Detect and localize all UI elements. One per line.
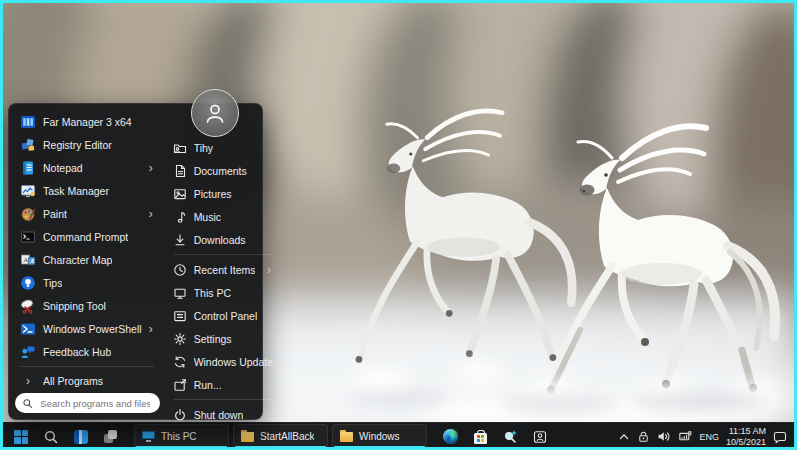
folder-icon — [340, 432, 353, 442]
taskbar-search-button[interactable] — [38, 425, 64, 449]
start-menu-item-task-manager[interactable]: Task Manager — [15, 179, 160, 202]
start-menu-item-documents[interactable]: Documents — [168, 159, 278, 182]
item-label: Downloads — [194, 234, 246, 246]
all-programs-label: All Programs — [43, 375, 103, 387]
power-icon — [173, 408, 187, 422]
item-label: Run... — [194, 379, 222, 391]
item-label: Feedback Hub — [43, 346, 111, 358]
pictures-icon — [173, 187, 187, 201]
tips-icon — [20, 275, 36, 291]
magnifier-sparkle-button[interactable] — [497, 425, 523, 449]
search-icon — [44, 430, 58, 444]
item-label: Task Manager — [43, 185, 109, 197]
start-menu-item-user-folder[interactable]: Tihy — [168, 136, 278, 159]
start-menu-item-settings[interactable]: Settings — [168, 327, 278, 350]
submenu-arrow-icon: › — [149, 162, 155, 174]
microsoft-store-button[interactable] — [467, 425, 493, 449]
people-app-button[interactable] — [527, 425, 553, 449]
start-menu-item-tips[interactable]: Tips — [15, 271, 160, 294]
taskbar-clock[interactable]: 11:15 AM 10/5/2021 — [726, 426, 766, 447]
music-icon — [173, 210, 187, 224]
control-panel-icon — [173, 309, 187, 323]
startallback-taskbar-button[interactable] — [68, 425, 94, 449]
clock-time: 11:15 AM — [726, 426, 766, 437]
start-menu-item-notepad[interactable]: Notepad › — [15, 156, 160, 179]
startallback-icon — [74, 430, 88, 444]
taskbar-window-startallback[interactable]: StartAllBack — [233, 424, 328, 449]
start-menu-item-downloads[interactable]: Downloads — [168, 228, 278, 251]
item-label: Windows PowerShell — [43, 323, 142, 335]
task-view-icon — [104, 430, 118, 444]
all-programs-button[interactable]: › All Programs — [15, 370, 160, 392]
action-center-icon[interactable] — [773, 430, 787, 444]
start-menu-left-column: Far Manager 3 x64 Registry Editor Notepa… — [15, 110, 160, 413]
start-menu-item-command-prompt[interactable]: Command Prompt — [15, 225, 160, 248]
language-indicator[interactable]: ENG — [699, 432, 719, 442]
submenu-arrow-icon: › — [149, 208, 155, 220]
item-label: Settings — [194, 333, 232, 345]
start-search-box[interactable] — [15, 393, 160, 413]
start-menu-item-windows-powershell[interactable]: Windows PowerShell › — [15, 317, 160, 340]
item-label: Registry Editor — [43, 139, 112, 151]
start-menu-item-control-panel[interactable]: Control Panel — [168, 304, 278, 327]
desktop: Far Manager 3 x64 Registry Editor Notepa… — [0, 0, 797, 450]
taskbar-window-windows-folder[interactable]: Windows — [332, 424, 427, 449]
taskbar-window-label: Windows — [359, 431, 400, 442]
registry-editor-icon — [20, 137, 36, 153]
command-prompt-icon — [20, 229, 36, 245]
volume-icon[interactable] — [657, 430, 671, 443]
start-menu-item-far-manager[interactable]: Far Manager 3 x64 — [15, 110, 160, 133]
edge-browser-button[interactable] — [437, 425, 463, 449]
item-label: Far Manager 3 x64 — [43, 116, 132, 128]
start-menu: Far Manager 3 x64 Registry Editor Notepa… — [8, 103, 263, 420]
feedback-hub-icon — [20, 344, 36, 360]
folder-icon — [241, 432, 254, 442]
windows-update-icon — [173, 355, 187, 369]
powershell-icon — [20, 321, 36, 337]
start-menu-item-run[interactable]: Run... — [168, 373, 278, 396]
start-button[interactable] — [8, 425, 34, 449]
lock-icon[interactable] — [637, 430, 650, 443]
item-label: Snipping Tool — [43, 300, 106, 312]
start-menu-item-music[interactable]: Music — [168, 205, 278, 228]
svg-text:A: A — [23, 256, 28, 264]
item-label: Character Map — [43, 254, 112, 266]
start-menu-item-recent-items[interactable]: Recent Items › — [168, 258, 278, 281]
snipping-tool-icon — [20, 298, 36, 314]
network-icon[interactable] — [678, 430, 692, 443]
item-label: Pictures — [194, 188, 232, 200]
recent-items-icon — [173, 263, 187, 277]
start-menu-item-character-map[interactable]: AÆ Character Map — [15, 248, 160, 271]
paint-icon — [20, 206, 36, 222]
active-window-indicator — [334, 446, 425, 449]
item-label: Documents — [194, 165, 247, 177]
task-view-button[interactable] — [98, 425, 124, 449]
start-menu-item-registry-editor[interactable]: Registry Editor — [15, 133, 160, 156]
magnifier-sparkle-icon — [503, 429, 518, 444]
item-label: Music — [194, 211, 221, 223]
item-label: Tihy — [194, 142, 213, 154]
people-icon — [533, 430, 547, 444]
start-menu-item-windows-update[interactable]: Windows Update — [168, 350, 278, 373]
expand-arrow-icon: › — [20, 374, 36, 388]
taskbar-window-this-pc[interactable]: This PC — [134, 424, 229, 449]
user-avatar[interactable] — [191, 89, 239, 137]
shutdown-button[interactable]: Shut down › — [168, 403, 278, 426]
tray-chevron-up-icon[interactable] — [618, 431, 630, 443]
search-input[interactable] — [38, 397, 151, 410]
start-menu-item-this-pc[interactable]: This PC — [168, 281, 278, 304]
character-map-icon: AÆ — [20, 252, 36, 268]
user-folder-icon — [173, 141, 187, 155]
run-icon — [173, 378, 187, 392]
start-menu-item-snipping-tool[interactable]: Snipping Tool — [15, 294, 160, 317]
start-menu-item-paint[interactable]: Paint › — [15, 202, 160, 225]
taskbar: This PC StartAllBack Windows — [0, 422, 797, 450]
active-window-indicator — [136, 446, 227, 449]
taskbar-window-label: This PC — [161, 431, 197, 442]
start-menu-item-pictures[interactable]: Pictures — [168, 182, 278, 205]
item-label: Notepad — [43, 162, 83, 174]
start-menu-item-feedback-hub[interactable]: Feedback Hub — [15, 340, 160, 363]
item-label: Paint — [43, 208, 67, 220]
menu-separator — [174, 254, 272, 255]
windows-logo-icon — [14, 430, 28, 444]
